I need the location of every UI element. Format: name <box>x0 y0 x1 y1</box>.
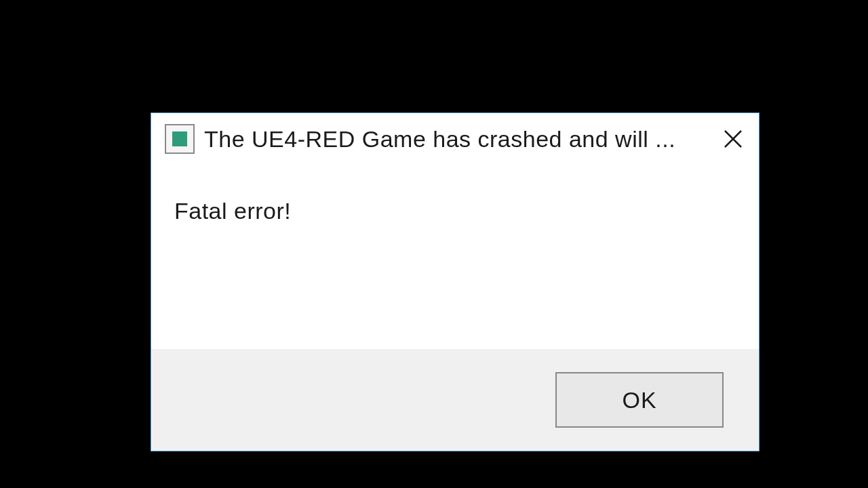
dialog-button-bar: OK <box>151 349 759 451</box>
close-icon <box>723 129 743 149</box>
error-message: Fatal error! <box>174 198 736 224</box>
app-icon <box>165 124 195 154</box>
dialog-titlebar[interactable]: The UE4-RED Game has crashed and will ..… <box>151 113 759 164</box>
ok-button[interactable]: OK <box>555 372 724 428</box>
error-dialog: The UE4-RED Game has crashed and will ..… <box>151 113 760 451</box>
dialog-body: Fatal error! <box>151 164 759 349</box>
close-button[interactable] <box>713 120 753 157</box>
dialog-title: The UE4-RED Game has crashed and will ..… <box>204 127 713 150</box>
app-icon-inner <box>172 131 187 146</box>
